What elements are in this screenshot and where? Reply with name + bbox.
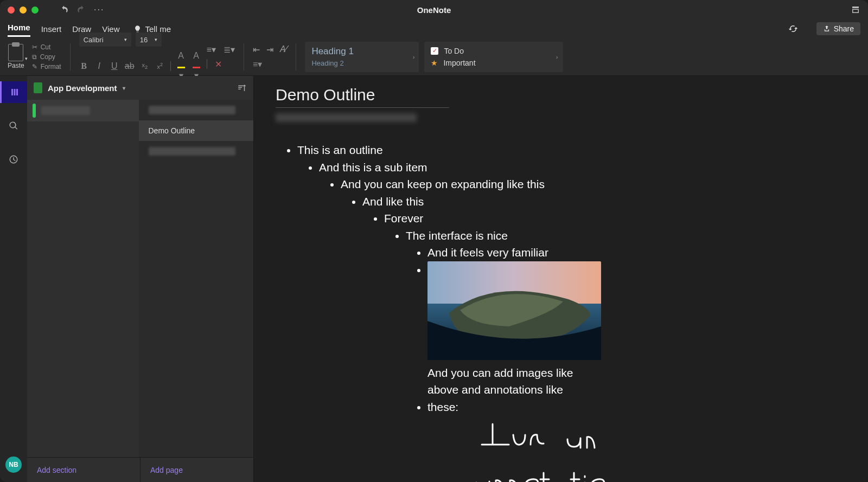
avatar-initials: NB xyxy=(5,457,22,473)
format-label: Format xyxy=(41,63,61,70)
page-canvas[interactable]: Demo Outline This is an outline And this… xyxy=(254,76,868,482)
account-avatar[interactable]: NB xyxy=(0,454,27,475)
add-section-button[interactable]: Add section xyxy=(27,458,140,482)
page-date-redacted xyxy=(276,113,417,122)
page-title[interactable]: Demo Outline xyxy=(276,86,846,104)
section-item[interactable] xyxy=(27,100,139,121)
clipboard-group: ✂Cut ⧉Copy ✎Format xyxy=(32,43,61,70)
style-heading2: Heading 2 xyxy=(311,59,412,67)
page-item[interactable] xyxy=(139,141,254,162)
tag-important-label: Important xyxy=(443,59,475,67)
title-rule xyxy=(276,107,449,108)
recent-icon[interactable] xyxy=(0,149,27,170)
indent-button[interactable]: ⇥ xyxy=(266,44,273,55)
font-size-value: 16 xyxy=(140,36,148,44)
tags-gallery[interactable]: ✓ To Do ★ Important › xyxy=(424,42,563,72)
sort-icon[interactable] xyxy=(237,83,247,93)
separator xyxy=(207,59,207,69)
superscript-button[interactable]: x2 xyxy=(155,62,165,70)
cut-label: Cut xyxy=(41,43,51,51)
more-icon[interactable]: ··· xyxy=(94,5,104,15)
page-list: Demo Outline xyxy=(139,100,254,457)
bullets-button[interactable]: ≡▾ xyxy=(207,44,216,55)
outline-item: And this is a sub item xyxy=(319,161,427,173)
chevron-down-icon: ▾ xyxy=(25,56,28,61)
italic-button[interactable]: I xyxy=(94,61,104,71)
font-name-value: Calibri xyxy=(84,36,104,44)
outdent-button[interactable]: ⇤ xyxy=(253,44,260,55)
left-rail: NB xyxy=(0,76,27,482)
tag-important: ★ Important xyxy=(431,59,557,67)
separator xyxy=(170,61,171,71)
section-list xyxy=(27,100,139,457)
undo-icon[interactable] xyxy=(59,5,69,15)
outline-content[interactable]: This is an outline And this is a sub ite… xyxy=(276,142,846,482)
add-page-button[interactable]: Add page xyxy=(140,458,253,482)
strikethrough-button[interactable]: ab xyxy=(125,61,135,71)
clipboard-icon xyxy=(8,44,23,61)
separator xyxy=(244,43,244,70)
redo-icon[interactable] xyxy=(76,5,86,15)
close-window-button[interactable] xyxy=(8,7,15,14)
tab-insert[interactable]: Insert xyxy=(41,22,62,36)
notebook-name: App Development xyxy=(48,83,117,93)
clear-fmt-button[interactable]: ✕ xyxy=(215,59,222,69)
paste-button[interactable]: ▾ Paste xyxy=(5,44,27,69)
font-size-select[interactable]: 16 ▾ xyxy=(136,33,162,47)
format-painter-button[interactable]: ✎Format xyxy=(32,63,61,70)
style-heading1: Heading 1 xyxy=(311,46,412,57)
checkbox-icon: ✓ xyxy=(431,47,438,55)
highlight-icon: A xyxy=(178,51,184,60)
star-icon: ★ xyxy=(431,59,438,67)
ink-annotation xyxy=(471,419,612,482)
ribbon: ▾ Paste ✂Cut ⧉Copy ✎Format Calibri ▾ 16 … xyxy=(0,38,868,76)
search-icon[interactable] xyxy=(0,115,27,137)
scissors-icon: ✂ xyxy=(32,43,37,51)
page-item[interactable]: Demo Outline xyxy=(139,120,254,141)
numbering-button[interactable]: ≣▾ xyxy=(224,44,235,55)
subscript-button[interactable]: x2 xyxy=(140,62,150,70)
minimize-window-button[interactable] xyxy=(20,7,27,14)
section-color xyxy=(33,104,36,118)
outline-item: And you can add images like above and an… xyxy=(427,364,579,416)
app-title: OneNote xyxy=(417,5,451,15)
page-name-redacted xyxy=(149,147,235,156)
add-section-label: Add section xyxy=(37,466,76,474)
section-name-redacted xyxy=(41,106,90,115)
tag-todo: ✓ To Do xyxy=(431,47,557,55)
title-bar: ··· OneNote xyxy=(0,0,868,20)
share-label: Share xyxy=(834,24,854,33)
notebook-icon xyxy=(34,82,42,93)
share-button[interactable]: Share xyxy=(816,22,860,35)
notebooks-icon[interactable] xyxy=(0,81,27,103)
tag-todo-label: To Do xyxy=(444,47,464,55)
tab-home[interactable]: Home xyxy=(8,21,30,37)
align-button[interactable]: ≡▾ xyxy=(253,59,262,69)
underline-button[interactable]: U xyxy=(110,61,119,71)
tell-me-label: Tell me xyxy=(145,24,171,34)
indent-group: ⇤ ⇥ A∕ ≡▾ xyxy=(253,44,287,69)
font-name-select[interactable]: Calibri ▾ xyxy=(79,33,131,47)
copy-icon: ⧉ xyxy=(32,53,37,61)
page-item[interactable] xyxy=(139,100,254,120)
format-eraser-button[interactable]: A∕ xyxy=(280,44,287,54)
copy-label: Copy xyxy=(40,53,55,61)
inserted-image[interactable] xyxy=(427,261,601,360)
sync-icon[interactable] xyxy=(788,24,798,34)
list-group: ≡▾ ≣▾ ✕ xyxy=(207,44,235,69)
notebook-switcher[interactable]: App Development ▾ xyxy=(27,76,253,100)
styles-gallery[interactable]: Heading 1 Heading 2 › xyxy=(305,42,419,72)
zoom-window-button[interactable] xyxy=(31,7,39,14)
lightbulb-icon xyxy=(133,25,142,33)
separator xyxy=(296,43,296,70)
outline-item: And you can keep on expanding like this xyxy=(341,178,545,190)
outline-item: This is an outline xyxy=(297,144,383,156)
nav-footer: Add section Add page xyxy=(27,457,253,482)
share-icon xyxy=(823,25,831,33)
ribbon-toggle-icon[interactable] xyxy=(851,5,860,15)
chevron-right-icon: › xyxy=(556,54,558,60)
bold-button[interactable]: B xyxy=(79,61,89,71)
copy-button[interactable]: ⧉Copy xyxy=(32,53,61,61)
brush-icon: ✎ xyxy=(32,63,37,70)
cut-button[interactable]: ✂Cut xyxy=(32,43,61,51)
